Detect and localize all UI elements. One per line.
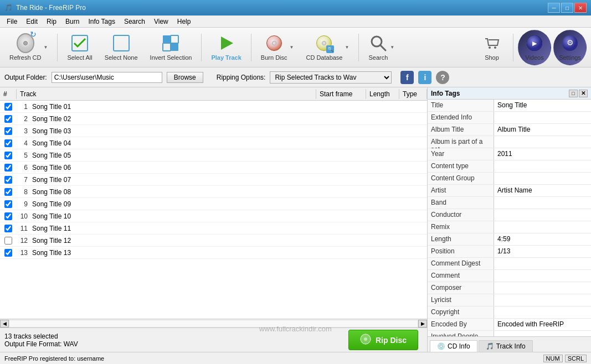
info-field-value[interactable]: Album Title (494, 124, 591, 136)
menu-edit[interactable]: Edit (22, 17, 42, 27)
close-button[interactable]: ✕ (574, 3, 587, 13)
menu-file[interactable]: File (2, 17, 22, 27)
rip-disc-button[interactable]: Rip Disc (348, 330, 418, 350)
info-field-value[interactable] (494, 173, 591, 184)
info-field-value[interactable] (494, 221, 591, 233)
track-row[interactable]: 13 Song Title 13 (0, 247, 427, 259)
browse-button[interactable]: Browse (167, 72, 203, 83)
info-field-value[interactable] (494, 258, 591, 269)
track-row[interactable]: 7 Song Title 07 (0, 174, 427, 186)
info-field-value[interactable] (494, 282, 591, 294)
info-panel-title: Info Tags (431, 90, 569, 97)
track-checkbox-cell[interactable] (0, 237, 17, 245)
track-checkbox-cell[interactable] (0, 152, 17, 159)
track-row[interactable]: 9 Song Title 09 (0, 198, 427, 210)
track-row[interactable]: 10 Song Title 10 (0, 210, 427, 222)
panel-close-button[interactable]: ✕ (579, 90, 588, 97)
track-row[interactable]: 12 Song Title 12 (0, 235, 427, 247)
track-checkbox[interactable] (4, 176, 12, 184)
info-field-value[interactable] (494, 209, 591, 221)
videos-button[interactable]: ▶ Videos (518, 30, 551, 65)
track-checkbox[interactable] (4, 103, 12, 111)
tab-track-info[interactable]: 🎵 Track Info (479, 340, 533, 352)
minimize-button[interactable]: ─ (548, 3, 560, 13)
info-button[interactable]: i (418, 71, 431, 84)
info-field-value[interactable]: Song Title (494, 100, 591, 111)
track-checkbox[interactable] (4, 237, 12, 245)
track-checkbox[interactable] (4, 115, 12, 123)
cd-database-button[interactable]: 🔍 CD Database ▼ (301, 30, 354, 65)
info-field-value[interactable] (494, 112, 591, 123)
track-checkbox-cell[interactable] (0, 249, 17, 257)
info-field-value[interactable] (494, 197, 591, 209)
menu-view[interactable]: View (150, 17, 173, 27)
panel-restore-button[interactable]: □ (569, 90, 578, 97)
track-row[interactable]: 3 Song Title 03 (0, 125, 427, 137)
menu-rip[interactable]: Rip (42, 17, 61, 27)
track-checkbox-cell[interactable] (0, 115, 17, 123)
refresh-cd-button[interactable]: ↻ Refresh CD ▼ (4, 30, 53, 65)
track-checkbox-cell[interactable] (0, 127, 17, 135)
search-dropdown-arrow[interactable]: ▼ (390, 45, 394, 50)
info-field-value[interactable]: Encoded with FreeRIP (494, 319, 591, 330)
settings-button[interactable]: ⚙ Settings (553, 30, 587, 65)
select-all-button[interactable]: Select All (62, 30, 97, 65)
play-track-button[interactable]: Play Track (206, 30, 246, 65)
facebook-button[interactable]: f (400, 71, 414, 84)
help-button[interactable]: ? (436, 71, 449, 84)
track-checkbox-cell[interactable] (0, 176, 17, 184)
track-row[interactable]: 1 Song Title 01 (0, 101, 427, 113)
output-folder-input[interactable] (52, 72, 162, 83)
track-row[interactable]: 5 Song Title 05 (0, 149, 427, 162)
track-row[interactable]: 6 Song Title 06 (0, 162, 427, 174)
track-checkbox[interactable] (4, 127, 12, 135)
info-field-value[interactable] (494, 160, 591, 172)
track-checkbox[interactable] (4, 164, 12, 171)
info-field-value[interactable] (494, 136, 591, 148)
track-checkbox[interactable] (4, 225, 12, 232)
track-checkbox[interactable] (4, 188, 12, 196)
burn-disc-button[interactable]: Burn Disc ▼ (256, 30, 299, 65)
info-field-value[interactable]: Artist Name (494, 185, 591, 196)
track-row[interactable]: 4 Song Title 04 (0, 137, 427, 149)
menu-burn[interactable]: Burn (61, 17, 84, 27)
track-checkbox-cell[interactable] (0, 164, 17, 171)
scroll-right-button[interactable]: ▶ (418, 320, 427, 327)
invert-selection-button[interactable]: Invert Selection (145, 30, 197, 65)
tab-cd-info[interactable]: 💿 CD Info (430, 340, 477, 352)
track-checkbox[interactable] (4, 139, 12, 147)
info-field-value[interactable]: 4:59 (494, 233, 591, 245)
info-field-value[interactable] (494, 270, 591, 282)
track-checkbox[interactable] (4, 249, 12, 257)
refresh-cd-dropdown-arrow[interactable]: ▼ (43, 45, 48, 50)
menu-info-tags[interactable]: Info Tags (84, 17, 119, 27)
track-checkbox-cell[interactable] (0, 200, 17, 208)
search-button[interactable]: Search ▼ (363, 30, 399, 65)
track-row[interactable]: 11 Song Title 11 (0, 222, 427, 235)
info-field-value[interactable] (494, 331, 591, 336)
track-checkbox[interactable] (4, 212, 12, 220)
shop-button[interactable]: Shop (475, 30, 508, 65)
track-checkbox-cell[interactable] (0, 188, 17, 196)
maximize-button[interactable]: □ (561, 3, 573, 13)
cd-database-dropdown-arrow[interactable]: ▼ (345, 45, 350, 50)
info-field-value[interactable]: 1/13 (494, 246, 591, 257)
track-checkbox-cell[interactable] (0, 103, 17, 111)
track-checkbox[interactable] (4, 200, 12, 208)
info-field-value[interactable] (494, 294, 591, 306)
ripping-options-select[interactable]: Rip Selected Tracks to Wav Rip All Track… (270, 71, 392, 84)
track-checkbox-cell[interactable] (0, 225, 17, 232)
track-checkbox-cell[interactable] (0, 139, 17, 147)
track-row[interactable]: 2 Song Title 02 (0, 113, 427, 125)
scroll-left-button[interactable]: ◀ (0, 320, 9, 327)
select-none-button[interactable]: Select None (100, 30, 143, 65)
menu-help[interactable]: Help (173, 17, 196, 27)
track-checkbox[interactable] (4, 152, 12, 159)
horizontal-scrollbar[interactable]: ◀ ▶ (0, 319, 427, 327)
burn-disc-dropdown-arrow[interactable]: ▼ (290, 45, 294, 50)
menu-search[interactable]: Search (120, 17, 150, 27)
info-field-value[interactable]: 2011 (494, 148, 591, 160)
track-checkbox-cell[interactable] (0, 212, 17, 220)
track-row[interactable]: 8 Song Title 08 (0, 186, 427, 198)
info-field-value[interactable] (494, 306, 591, 318)
